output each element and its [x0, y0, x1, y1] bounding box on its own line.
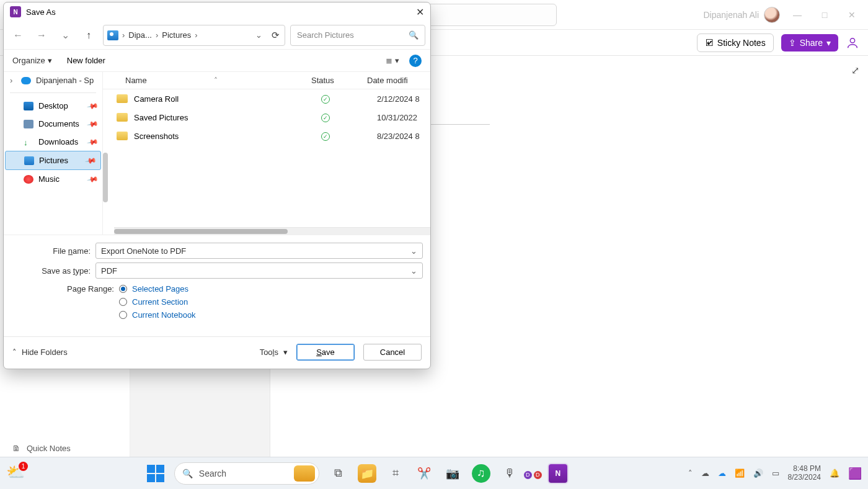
chevron-right-icon: ›	[122, 30, 125, 40]
nav-up-button[interactable]: ↑	[79, 26, 98, 45]
save-as-type-input[interactable]: PDF ⌄	[95, 262, 423, 279]
close-button[interactable]: ✕	[847, 10, 857, 20]
clock-time: 8:48 PM	[788, 465, 821, 473]
save-as-type-value: PDF	[101, 266, 117, 276]
taskbar-clock[interactable]: 8:48 PM 8/23/2024	[788, 465, 821, 482]
onedrive-tray-icon-2[interactable]: ☁	[718, 469, 726, 478]
onedrive-root[interactable]: › Dipanjenah - Sp	[4, 72, 102, 89]
camera-icon[interactable]: 📷	[443, 464, 462, 483]
dialog-toolbar: Organize ▾ New folder ≣ ▾ ?	[4, 50, 430, 72]
save-button[interactable]: Save	[296, 344, 355, 361]
share-button[interactable]: ⇪ Share ▾	[781, 34, 838, 52]
nav-item-pictures[interactable]: Pictures 📌	[5, 151, 101, 170]
taskbar-weather-widget[interactable]: ⛅ 1	[6, 464, 26, 483]
radio-current-section-label[interactable]: Current Section	[132, 297, 188, 307]
nav-item-documents[interactable]: Documents 📌	[4, 115, 102, 133]
file-list-hscrollbar[interactable]	[114, 227, 430, 235]
notifications-icon[interactable]: 🔔	[830, 469, 839, 478]
file-name-label: File name:	[11, 246, 91, 256]
chevron-right-icon[interactable]: ›	[10, 76, 16, 85]
expand-icon[interactable]: ⤢	[851, 65, 859, 76]
activity-feed-icon[interactable]	[846, 36, 859, 50]
onedrive-icon	[21, 77, 31, 84]
file-name: Screenshots	[134, 132, 321, 141]
onenote-user-name: Dipanjenah Ali	[703, 10, 759, 20]
file-row[interactable]: Camera Roll ✓ 2/12/2024 8	[103, 89, 430, 108]
nav-item-music[interactable]: Music 📌	[4, 170, 102, 188]
radio-current-notebook[interactable]	[119, 311, 127, 319]
pin-icon[interactable]: 📌	[84, 154, 97, 166]
file-explorer-icon[interactable]: 📁	[358, 464, 376, 483]
file-row[interactable]: Screenshots ✓ 8/23/2024 8	[103, 127, 430, 145]
radio-selected-pages-label[interactable]: Selected Pages	[132, 284, 188, 294]
organize-menu[interactable]: Organize ▾	[12, 56, 52, 65]
nav-back-button[interactable]: ←	[9, 26, 27, 45]
chevron-down-icon[interactable]: ⌄	[410, 266, 417, 276]
avatar[interactable]	[764, 7, 780, 23]
radio-current-notebook-label[interactable]: Current Notebook	[132, 310, 196, 320]
dialog-nav-row: ← → ⌄ ↑ › Dipa... › Pictures › ⌄ ⟳ Searc…	[4, 21, 430, 50]
dialog-search-input[interactable]: Search Pictures 🔍	[290, 25, 425, 46]
nav-forward-button[interactable]: →	[32, 26, 51, 45]
taskbar-search[interactable]: 🔍 Search	[174, 462, 319, 485]
pin-icon[interactable]: 📌	[86, 173, 99, 185]
breadcrumb-dropdown-icon[interactable]: ⌄	[255, 30, 262, 40]
file-name-value: Export OneNote to PDF	[101, 246, 186, 256]
onedrive-tray-icon[interactable]: ☁	[701, 469, 709, 478]
dialog-title: Save As	[26, 7, 56, 17]
column-date-header[interactable]: Date modifi	[367, 76, 430, 85]
file-status: ✓	[321, 112, 377, 122]
nav-history-button[interactable]: ⌄	[56, 26, 74, 45]
volume-icon[interactable]: 🔊	[753, 469, 763, 478]
wifi-icon[interactable]: 📶	[735, 469, 745, 478]
radio-current-section[interactable]	[119, 298, 127, 306]
tools-menu[interactable]: Tools ▾	[260, 348, 288, 357]
pin-icon[interactable]: 📌	[86, 117, 99, 130]
maximize-button[interactable]: □	[820, 10, 830, 20]
battery-icon[interactable]: ▭	[772, 469, 779, 478]
folder-icon	[117, 132, 128, 140]
sticky-notes-button[interactable]: 🗹 Sticky Notes	[697, 34, 774, 52]
breadcrumb-user[interactable]: Dipa...	[128, 30, 152, 40]
quick-notes-item[interactable]: 🗎 Quick Notes	[12, 444, 71, 453]
tray-overflow-icon[interactable]: ˄	[688, 469, 693, 478]
onenote-taskbar-icon[interactable]: N	[549, 464, 567, 483]
hide-folders-button[interactable]: ˄ Hide Folders	[12, 348, 68, 357]
weather-badge: 1	[19, 462, 28, 471]
pin-icon[interactable]: 📌	[86, 135, 99, 148]
file-name-input[interactable]: Export OneNote to PDF ⌄	[95, 243, 423, 259]
start-button[interactable]	[147, 465, 164, 482]
snipping-tool-icon[interactable]: ✂️	[415, 464, 433, 483]
onenote-user-area[interactable]: Dipanjenah Ali	[703, 7, 780, 23]
new-folder-button[interactable]: New folder	[67, 56, 105, 65]
refresh-button[interactable]: ⟳	[272, 30, 280, 41]
column-status-header[interactable]: Status	[311, 76, 367, 85]
spotify-icon[interactable]: ♫	[472, 464, 490, 483]
column-name-header[interactable]: Name˄	[125, 76, 311, 85]
minimize-button[interactable]: —	[792, 10, 802, 20]
calculator-icon[interactable]: ⌗	[386, 464, 405, 483]
microphone-icon[interactable]: 🎙	[500, 464, 519, 483]
share-icon: ⇪	[789, 38, 796, 48]
pictures-icon	[107, 30, 118, 40]
radio-selected-pages[interactable]	[119, 285, 127, 293]
dialog-title-bar: N Save As ✕	[4, 2, 430, 21]
view-mode-button[interactable]: ≣ ▾	[386, 56, 399, 65]
address-breadcrumb[interactable]: › Dipa... › Pictures › ⌄ ⟳	[103, 25, 285, 46]
sticky-notes-label: Sticky Notes	[717, 38, 766, 48]
pictures-icon	[24, 156, 34, 165]
help-button[interactable]: ?	[409, 55, 422, 67]
nav-item-desktop[interactable]: Desktop 📌	[4, 97, 102, 115]
file-row[interactable]: Saved Pictures ✓ 10/31/2022	[103, 108, 430, 127]
pin-icon[interactable]: 📌	[86, 99, 99, 112]
breadcrumb-pictures[interactable]: Pictures	[162, 30, 191, 40]
nav-label: Desktop	[38, 101, 68, 110]
chevron-down-icon[interactable]: ⌄	[410, 246, 417, 256]
share-label: Share	[800, 38, 823, 48]
copilot-icon[interactable]: 🟪	[848, 467, 862, 480]
cancel-button[interactable]: Cancel	[363, 344, 422, 361]
nav-item-downloads[interactable]: ↓ Downloads 📌	[4, 133, 102, 151]
task-view-icon[interactable]: ⧉	[329, 464, 348, 483]
taskbar-search-placeholder: Search	[199, 469, 226, 478]
dialog-close-button[interactable]: ✕	[416, 6, 424, 18]
